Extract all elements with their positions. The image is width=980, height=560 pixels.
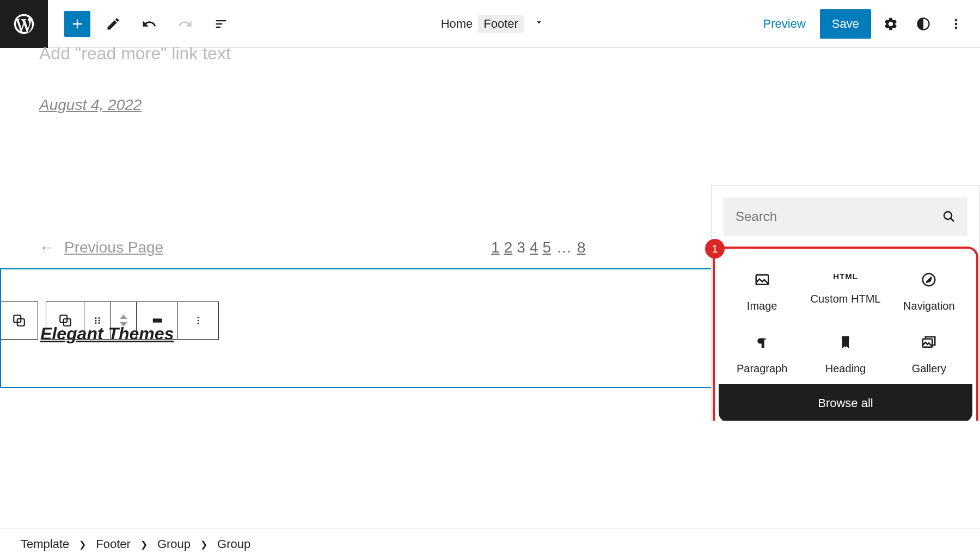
block-heading[interactable]: Heading	[804, 323, 887, 386]
settings-button[interactable]	[878, 11, 904, 37]
block-label: Image	[747, 300, 777, 312]
previous-page-text: Previous Page	[64, 239, 163, 256]
save-button[interactable]: Save	[820, 9, 871, 39]
image-icon	[754, 272, 770, 288]
svg-line-15	[951, 218, 954, 221]
add-block-button[interactable]	[64, 11, 90, 37]
block-label: Heading	[825, 362, 866, 375]
page-4[interactable]: 4	[530, 239, 538, 256]
editor-canvas: Add "read more" link text August 4, 2022…	[0, 44, 980, 388]
page-5[interactable]: 5	[542, 239, 551, 256]
page-8[interactable]: 8	[577, 239, 586, 256]
block-label: Custom HTML	[811, 293, 881, 305]
arrow-left-icon: ←	[39, 239, 54, 256]
page-2[interactable]: 2	[504, 239, 513, 256]
block-inserter-panel: 1 Image HTML Custom HTML Navigation Para…	[711, 185, 980, 421]
undo-button[interactable]	[136, 11, 162, 37]
block-custom-html[interactable]: HTML Custom HTML	[804, 261, 887, 323]
previous-page-link[interactable]: ← Previous Page	[39, 239, 163, 256]
toolbar-right: Preview Save	[756, 9, 980, 39]
preview-link[interactable]: Preview	[756, 11, 813, 36]
block-grid-annotated: 1 Image HTML Custom HTML Navigation Para…	[713, 247, 978, 421]
page-numbers[interactable]: 1 2 3 4 5 … 8	[490, 239, 586, 256]
more-options-button[interactable]	[943, 11, 969, 37]
page-1[interactable]: 1	[491, 239, 500, 256]
block-image[interactable]: Image	[720, 261, 804, 323]
post-date[interactable]: August 4, 2022	[0, 96, 980, 114]
heading-icon	[837, 334, 854, 350]
navigation-icon	[921, 272, 937, 288]
block-paragraph[interactable]: Paragraph	[720, 323, 804, 386]
read-more-placeholder[interactable]: Add "read more" link text	[0, 44, 980, 64]
browse-all-button[interactable]: Browse all	[719, 384, 972, 421]
toolbar-center: Home Footer	[234, 15, 756, 33]
list-view-button[interactable]	[208, 11, 234, 37]
ellipsis: …	[556, 239, 572, 256]
block-label: Paragraph	[737, 362, 787, 375]
wordpress-logo[interactable]	[0, 0, 48, 48]
block-label: Navigation	[903, 300, 955, 312]
block-label: Gallery	[912, 362, 946, 375]
crumb-footer[interactable]: Footer	[478, 15, 524, 33]
page-3[interactable]: 3	[517, 239, 525, 256]
redo-button[interactable]	[172, 11, 198, 37]
search-input[interactable]	[736, 209, 942, 224]
inserter-search[interactable]	[724, 198, 967, 236]
paragraph-icon	[754, 334, 770, 350]
gallery-icon	[921, 334, 937, 350]
styles-button[interactable]	[910, 11, 936, 37]
html-icon: HTML	[833, 272, 858, 281]
svg-point-14	[944, 212, 952, 219]
crumb-home[interactable]: Home	[441, 17, 473, 31]
search-icon	[942, 210, 955, 223]
top-bar: Home Footer Preview Save	[0, 0, 980, 48]
toolbar-left	[48, 11, 234, 37]
edit-tool-button[interactable]	[100, 11, 126, 37]
chevron-down-icon[interactable]	[529, 17, 549, 31]
annotation-badge: 1	[705, 239, 725, 259]
block-gallery[interactable]: Gallery	[887, 323, 971, 386]
block-navigation[interactable]: Navigation	[887, 261, 971, 323]
